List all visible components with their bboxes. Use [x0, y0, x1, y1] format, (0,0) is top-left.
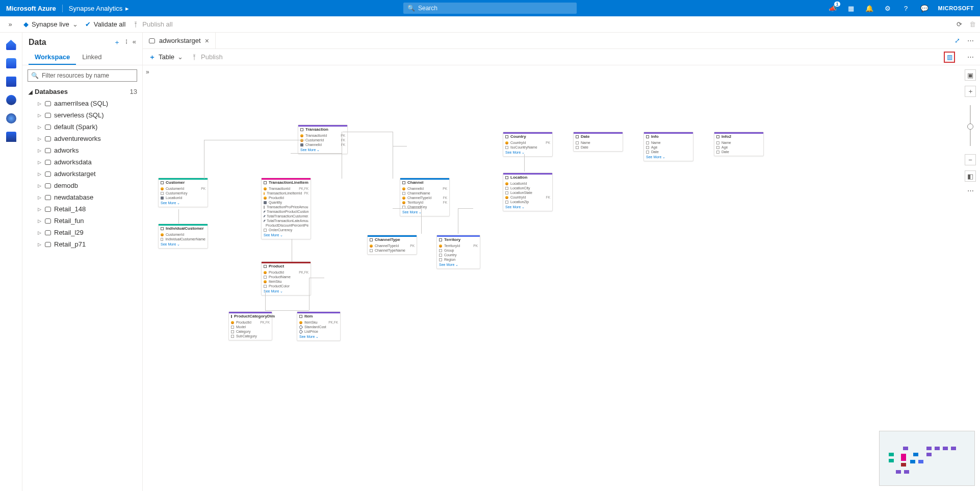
see-more-link[interactable]: See More ⌄: [300, 147, 345, 152]
database-node[interactable]: ▷aamerrilsea (SQL): [24, 97, 142, 109]
expand-nav-icon[interactable]: »: [146, 68, 149, 76]
entity-ind_customer[interactable]: IndividualCustomerCustomerIdIndividualCu…: [158, 224, 208, 249]
column-name: TerritoryId: [407, 201, 423, 204]
zoom-in-icon[interactable]: ＋: [965, 86, 976, 97]
rail-data-icon[interactable]: [6, 58, 16, 68]
synapse-live-dropdown[interactable]: ◆ Synapse live ⌄: [23, 20, 78, 28]
delete-icon[interactable]: 🗑: [969, 20, 976, 28]
database-node[interactable]: ▷demodb: [24, 180, 142, 191]
settings-icon[interactable]: ⚙: [883, 4, 892, 13]
see-more-link[interactable]: See More ⌄: [264, 288, 308, 293]
entity-item[interactable]: ItemItemSkuPK,FKStandardCostListPriceSee…: [297, 311, 341, 341]
column-type-icon: [716, 141, 719, 144]
database-node[interactable]: ▷serverless (SQL): [24, 109, 142, 121]
column-row: CustomerIdPK: [161, 186, 205, 191]
schema-canvas[interactable]: » TransactionTransactionIdPKCustomerIdFK…: [143, 65, 980, 491]
entity-tli[interactable]: TransactionLineItemTransactionIdPK,FKTra…: [261, 178, 311, 239]
entity-territory[interactable]: TerritoryTerritoryIdPKGroupCountryRegion…: [436, 235, 480, 269]
database-node[interactable]: ▷adventureworks: [24, 133, 142, 144]
filter-input[interactable]: 🔍 Filter resources by name: [28, 69, 137, 82]
entity-location[interactable]: LocationLocationIdLocationCityLocationSt…: [503, 173, 553, 211]
feedback2-icon[interactable]: 💬: [920, 4, 929, 13]
diagnostics-icon[interactable]: ▦: [846, 4, 856, 13]
properties-pane-button[interactable]: ▥: [944, 52, 955, 63]
rail-develop-icon[interactable]: [6, 77, 16, 87]
notifications-icon[interactable]: 🔔: [865, 4, 874, 13]
zoom-slider[interactable]: [970, 105, 971, 146]
see-more-link[interactable]: See More ⌄: [439, 262, 478, 267]
entity-title: IndividualCustomer: [166, 226, 204, 231]
column-name: Age: [651, 145, 657, 149]
see-more-link[interactable]: See More ⌄: [402, 209, 447, 214]
database-node[interactable]: ▷Retail_fun: [24, 215, 142, 227]
database-node[interactable]: ▷Retail_p71: [24, 238, 142, 250]
table-icon: [505, 135, 508, 138]
refresh-icon[interactable]: ⟳: [957, 20, 962, 28]
see-more-link[interactable]: See More ⌄: [646, 154, 691, 159]
close-icon[interactable]: ×: [205, 37, 209, 45]
entity-info2[interactable]: Info2NameAgeDate: [714, 132, 764, 156]
product-breadcrumb[interactable]: Synapse Analytics ▸: [63, 5, 136, 12]
entity-country[interactable]: CountryCountryIdPKIsoCountryNameSee More…: [503, 132, 553, 157]
column-row: ChannelIdFK: [300, 142, 345, 147]
more-icon[interactable]: ⋯: [967, 187, 974, 194]
databases-group[interactable]: ◢Databases 13: [24, 86, 142, 97]
account-label[interactable]: MICROSOFT: [938, 5, 974, 11]
rail-integrate-icon[interactable]: [6, 95, 16, 105]
entity-date[interactable]: DateNameDate: [573, 132, 623, 152]
fit-to-screen-icon[interactable]: ▣: [965, 69, 976, 81]
expand-editor-icon[interactable]: ⤢: [955, 37, 960, 44]
help-icon[interactable]: ?: [901, 4, 911, 13]
expand-rail-icon[interactable]: »: [4, 20, 16, 28]
minimap[interactable]: [879, 431, 975, 486]
entity-product[interactable]: ProductProductIdPK,FKProductNameItemSkuP…: [261, 261, 311, 296]
editor-tab-adworkstarget[interactable]: adworkstarget ×: [143, 33, 216, 48]
column-row: Age: [716, 145, 761, 150]
database-node[interactable]: ▷adworksdata: [24, 156, 142, 168]
brand[interactable]: Microsoft Azure: [6, 5, 63, 12]
rail-monitor-icon[interactable]: [6, 113, 16, 124]
column-type-icon: [402, 187, 405, 190]
entity-channel[interactable]: ChannelChannelIdPKChannelNameChannelType…: [400, 178, 450, 216]
see-more-link[interactable]: See More ⌄: [299, 334, 338, 339]
minimap-toggle-icon[interactable]: ◧: [965, 170, 976, 182]
live-label: Synapse live: [32, 20, 69, 28]
add-table-button[interactable]: ＋ Table ⌄: [149, 53, 183, 62]
column-type-icon: [264, 187, 267, 190]
entity-prodcat[interactable]: ProductCategoryDimProductIdPK,FKModelCat…: [228, 311, 272, 340]
database-node[interactable]: ▷adworks: [24, 144, 142, 156]
database-node[interactable]: ▷Retail_148: [24, 203, 142, 215]
column-name: Name: [581, 141, 590, 144]
chevron-right-icon: ▷: [38, 195, 42, 200]
global-search[interactable]: 🔍 Search: [403, 3, 577, 14]
see-more-link[interactable]: See More ⌄: [161, 200, 205, 205]
entity-info[interactable]: InfoNameAgeDateSee More ⌄: [643, 132, 693, 161]
collapse-panel-icon[interactable]: «: [133, 38, 136, 47]
rail-home-icon[interactable]: [6, 40, 16, 50]
more-icon[interactable]: ⋯: [967, 37, 974, 44]
rail-manage-icon[interactable]: [6, 132, 16, 142]
table-icon: [505, 176, 508, 179]
column-name: ItemSku: [269, 280, 282, 283]
entity-channeltype[interactable]: ChannelTypeChannelTypeIdPKChannelTypeNam…: [367, 235, 417, 255]
see-more-link[interactable]: See More ⌄: [264, 232, 308, 237]
tab-workspace[interactable]: Workspace: [29, 49, 76, 65]
zoom-out-icon[interactable]: −: [965, 154, 976, 165]
feedback-icon[interactable]: 📣1: [828, 4, 837, 13]
column-row: LocationState: [505, 190, 550, 195]
entity-transaction[interactable]: TransactionTransactionIdPKCustomerIdFKCh…: [298, 125, 348, 154]
see-more-link[interactable]: See More ⌄: [505, 150, 550, 155]
add-resource-icon[interactable]: ＋: [114, 38, 120, 47]
tab-linked[interactable]: Linked: [76, 49, 108, 65]
more-icon[interactable]: ⋯: [967, 53, 974, 61]
database-node[interactable]: ▷default (Spark): [24, 121, 142, 133]
database-node[interactable]: ▷Retail_l29: [24, 227, 142, 238]
see-more-link[interactable]: See More ⌄: [505, 204, 550, 209]
database-node[interactable]: ▷newdatabase: [24, 191, 142, 203]
entity-customer[interactable]: CustomerCustomerIdPKCustomerKeyLocationI…: [158, 178, 208, 207]
collapse-all-icon[interactable]: ⁞: [125, 38, 127, 47]
database-node[interactable]: ▷adworkstarget: [24, 168, 142, 180]
validate-all-button[interactable]: ✔ Validate all: [85, 20, 126, 28]
zoom-knob[interactable]: [967, 124, 973, 130]
see-more-link[interactable]: See More ⌄: [161, 241, 205, 247]
